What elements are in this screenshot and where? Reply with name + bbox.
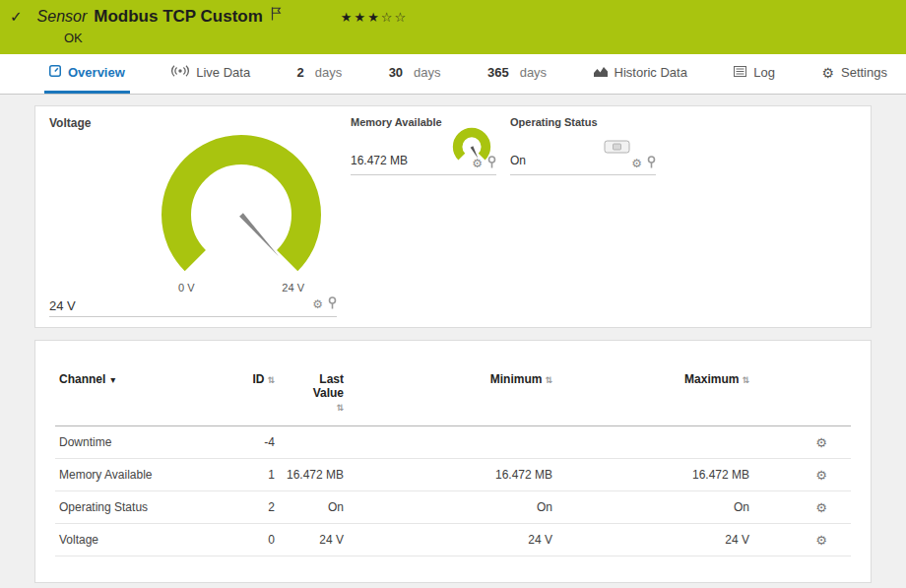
tab-bar: Overview Live Data 2days 30days 365days … (0, 54, 906, 95)
channel-last-value: 16.472 MB (279, 459, 348, 491)
sort-id-icon[interactable]: ⇅ (267, 375, 275, 385)
operating-pin-icon[interactable] (647, 155, 656, 172)
channel-id: -4 (218, 426, 279, 459)
tab-2-days[interactable]: 2days (292, 54, 348, 94)
channel-id: 0 (218, 524, 279, 556)
tab-30-days[interactable]: 30days (384, 54, 446, 94)
table-row[interactable]: Memory Available 1 16.472 MB 16.472 MB 1… (55, 459, 851, 491)
tab-historic-data[interactable]: Historic Data (589, 54, 692, 94)
table-row[interactable]: Operating Status 2 On On On ⚙ (55, 491, 851, 524)
status-check-icon: ✓ (10, 8, 23, 26)
overview-icon (49, 65, 61, 80)
tab-365-days-unit: days (520, 65, 547, 80)
tab-settings-label: Settings (841, 65, 887, 80)
object-kind-label: Sensor (37, 8, 88, 26)
tab-365-days[interactable]: 365days (483, 54, 551, 94)
column-header-last-value-label[interactable]: Last Value (289, 372, 344, 400)
overview-content: Voltage 0 V 24 V 24 V ⚙ (0, 95, 906, 588)
channel-id: 1 (218, 459, 279, 491)
memory-settings-gear-icon[interactable]: ⚙ (472, 158, 483, 169)
tab-log[interactable]: Log (729, 54, 780, 94)
channel-name: Voltage (55, 524, 218, 556)
channel-maximum: On (556, 491, 753, 524)
table-row[interactable]: Voltage 0 24 V 24 V 24 V ⚙ (55, 524, 851, 556)
voltage-settings-gear-icon[interactable]: ⚙ (312, 298, 323, 310)
tab-historic-data-label: Historic Data (615, 65, 687, 80)
log-icon (734, 65, 746, 80)
operating-status-value: On (510, 154, 526, 167)
channel-minimum (348, 426, 556, 459)
tab-2-days-number: 2 (297, 65, 304, 80)
column-header-id-label[interactable]: ID (252, 372, 264, 386)
voltage-value: 24 V (49, 298, 76, 313)
operating-status-switch-icon (604, 140, 630, 158)
column-header-channel-label[interactable]: Channel (59, 372, 105, 386)
operating-status-title: Operating Status (510, 116, 656, 128)
channels-table-panel: Channel▾ ID⇅ Last Value⇅ Minimum⇅ Maximu… (34, 340, 872, 583)
tab-overview[interactable]: Overview (44, 54, 130, 94)
voltage-pin-icon[interactable] (328, 295, 337, 313)
column-header-minimum[interactable]: Minimum⇅ (348, 368, 556, 426)
stars-empty[interactable]: ☆☆ (381, 10, 408, 25)
gauge-scale-max: 24 V (282, 282, 304, 294)
tab-365-days-number: 365 (487, 65, 509, 80)
table-row[interactable]: Downtime -4 ⚙ (55, 426, 851, 459)
channel-name: Downtime (55, 426, 218, 459)
column-header-maximum[interactable]: Maximum⇅ (556, 368, 753, 426)
sort-minimum-icon[interactable]: ⇅ (545, 375, 552, 385)
channel-last-value: 24 V (279, 524, 348, 556)
channel-maximum: 16.472 MB (556, 459, 753, 491)
column-header-channel[interactable]: Channel▾ (55, 368, 218, 426)
column-header-actions (753, 368, 851, 426)
operating-settings-gear-icon[interactable]: ⚙ (631, 158, 642, 169)
sort-maximum-icon[interactable]: ⇅ (742, 375, 749, 385)
live-data-icon (171, 65, 189, 80)
sensor-status: OK (64, 31, 896, 45)
channel-last-value (279, 426, 348, 459)
channel-minimum: 24 V (348, 524, 556, 556)
tab-live-data-label: Live Data (196, 65, 250, 80)
gauge-needle (239, 213, 279, 256)
channel-last-value: On (279, 491, 348, 524)
historic-data-icon (594, 65, 608, 80)
column-header-minimum-label[interactable]: Minimum (490, 372, 543, 386)
priority-flag-icon[interactable] (271, 7, 282, 25)
channel-name: Memory Available (55, 459, 218, 491)
channel-settings-icon[interactable]: ⚙ (815, 500, 827, 515)
tab-live-data[interactable]: Live Data (166, 54, 255, 94)
channel-settings-icon[interactable]: ⚙ (815, 533, 827, 548)
settings-gear-icon: ⚙ (821, 65, 834, 81)
memory-available-widget: Memory Available 16.472 MB ⚙ (351, 116, 496, 175)
channel-name: Operating Status (55, 491, 218, 524)
channel-minimum: 16.472 MB (348, 459, 556, 491)
voltage-gauge-footer: 24 V ⚙ (49, 295, 337, 317)
gauges-panel: Voltage 0 V 24 V 24 V ⚙ (34, 105, 872, 328)
channel-maximum (556, 426, 753, 459)
table-header-row: Channel▾ ID⇅ Last Value⇅ Minimum⇅ Maximu… (55, 368, 851, 426)
stars-filled[interactable]: ★★★ (341, 10, 381, 25)
column-header-maximum-label[interactable]: Maximum (684, 372, 739, 386)
sensor-title-row: ✓ Sensor Modbus TCP Custom ★★★☆☆ (10, 7, 896, 27)
channel-settings-icon[interactable]: ⚙ (815, 468, 827, 483)
priority-stars[interactable]: ★★★☆☆ (341, 10, 408, 25)
voltage-gauge-widget: Voltage 0 V 24 V 24 V ⚙ (49, 116, 337, 317)
tab-2-days-unit: days (315, 65, 342, 80)
column-header-id[interactable]: ID⇅ (218, 368, 279, 426)
tab-overview-label: Overview (68, 65, 125, 80)
sort-last-value-icon[interactable]: ⇅ (336, 403, 344, 413)
voltage-gauge-title: Voltage (49, 116, 337, 130)
page-title: Modbus TCP Custom (94, 7, 263, 27)
tab-30-days-unit: days (414, 65, 440, 80)
channel-settings-icon[interactable]: ⚙ (815, 435, 827, 450)
memory-pin-icon[interactable] (487, 155, 496, 172)
tab-settings[interactable]: ⚙ Settings (816, 54, 892, 94)
voltage-gauge (153, 132, 330, 280)
channel-maximum: 24 V (556, 524, 753, 556)
voltage-gauge-scale: 0 V 24 V (153, 282, 330, 294)
column-header-last-value[interactable]: Last Value⇅ (279, 368, 348, 426)
sensor-header: ✓ Sensor Modbus TCP Custom ★★★☆☆ OK (0, 0, 906, 54)
channel-minimum: On (348, 491, 556, 524)
gauge-scale-min: 0 V (178, 282, 195, 294)
caret-down-icon: ▾ (110, 374, 115, 385)
channel-id: 2 (218, 491, 279, 524)
